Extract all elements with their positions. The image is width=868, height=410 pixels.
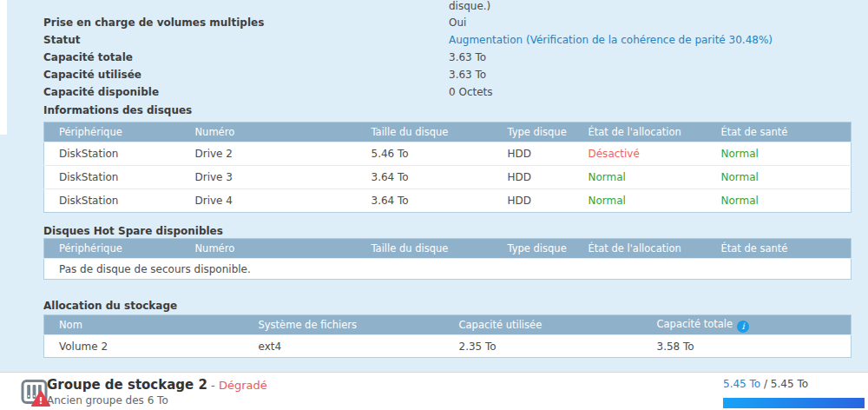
table-row: Volume 2 ext4 2.35 To 3.58 To [44, 335, 852, 358]
col-total-label: Capacité totale [657, 318, 733, 330]
cell-total: 3.58 To [642, 335, 852, 358]
col-type: Type disque [493, 122, 574, 142]
table-row: DiskStation Drive 3 3.64 To HDD Normal N… [44, 166, 852, 189]
cell-health-status: Normal [707, 166, 852, 189]
storage-allocation-table: Nom Système de fichiers Capacité utilisé… [43, 314, 852, 358]
col-name: Nom [44, 315, 244, 335]
col-number: Numéro [181, 122, 357, 142]
empty-message: Pas de disque de secours disponible. [44, 259, 852, 280]
cell-allocation-status: Désactivé [574, 142, 707, 166]
col-size: Taille du disque [357, 122, 493, 142]
col-allocation: État de l'allocation [574, 239, 707, 259]
cell-allocation-status: Normal [574, 166, 707, 189]
cell-type: HDD [493, 142, 574, 166]
capacity-summary: 5.45 To / 5.45 To [723, 378, 808, 391]
table-header-row: Périphérique Numéro Taille du disque Typ… [44, 239, 852, 259]
cell-type: HDD [493, 189, 574, 213]
overview-field-list: Prise en charge de volumes multiples Oui… [43, 14, 851, 101]
cell-volume-name: Volume 2 [44, 335, 244, 358]
cell-filesystem: ext4 [244, 335, 444, 358]
cell-type: HDD [493, 166, 574, 189]
field-label: Capacité utilisée [43, 66, 449, 83]
cell-health-status: Normal [707, 189, 852, 213]
table-row: DiskStation Drive 4 3.64 To HDD Normal N… [44, 189, 852, 213]
cell-allocation-status: Normal [574, 189, 707, 213]
capacity-used: 5.45 To [723, 378, 760, 390]
cell-device: DiskStation [44, 166, 181, 189]
cell-health-status: Normal [707, 142, 852, 166]
status-progress-text: Augmentation (Vérification de la cohéren… [449, 31, 773, 49]
group-subtitle: Ancien groupe des 6 To [47, 394, 168, 407]
cell-number: Drive 3 [181, 166, 357, 189]
disk-info-table: Périphérique Numéro Taille du disque Typ… [43, 122, 852, 213]
field-value: 3.63 To [449, 49, 486, 66]
cell-device: DiskStation [44, 142, 181, 166]
storage-manager-page: disque.) Prise en charge de volumes mult… [0, 0, 868, 410]
title-separator: - [207, 379, 219, 392]
col-health: État de santé [707, 239, 852, 259]
group-title-line: Groupe de stockage 2 - Dégradé [47, 377, 267, 392]
field-value: Oui [449, 14, 466, 31]
capacity-total: / 5.45 To [760, 378, 808, 390]
hot-spare-table: Périphérique Numéro Taille du disque Typ… [43, 238, 852, 280]
capacity-progress-fill [723, 398, 865, 408]
empty-row: Pas de disque de secours disponible. [44, 259, 852, 280]
storage-group-warning-icon: ! [21, 379, 50, 407]
cell-device: DiskStation [44, 189, 181, 213]
cell-number: Drive 2 [181, 142, 357, 166]
col-total: Capacité totalei [642, 315, 852, 335]
group-title: Groupe de stockage 2 [47, 377, 207, 393]
col-size: Taille du disque [357, 239, 493, 259]
field-status: Statut Augmentation (Vérification de la … [43, 31, 851, 49]
field-label: Capacité disponible [43, 83, 449, 101]
col-device: Périphérique [44, 239, 181, 259]
storage-group-detail-panel: disque.) Prise en charge de volumes mult… [0, 0, 868, 372]
hot-spare-section-title: Disques Hot Spare disponibles [43, 225, 223, 237]
cell-size: 5.46 To [357, 142, 493, 166]
field-value: 3.63 To [449, 66, 486, 83]
panel-left-gutter [0, 0, 7, 135]
field-used-capacity: Capacité utilisée 3.63 To [43, 66, 851, 83]
svg-text:!: ! [38, 395, 43, 407]
table-header-row: Nom Système de fichiers Capacité utilisé… [44, 315, 852, 335]
field-value: 0 Octets [449, 83, 493, 101]
field-available-capacity: Capacité disponible 0 Octets [43, 83, 851, 101]
col-allocation: État de l'allocation [574, 122, 707, 142]
field-total-capacity: Capacité totale 3.63 To [43, 49, 851, 66]
info-icon[interactable]: i [737, 321, 749, 333]
col-health: État de santé [707, 122, 852, 142]
cell-size: 3.64 To [357, 166, 493, 189]
status-badge: Dégradé [219, 379, 267, 392]
cell-number: Drive 4 [181, 189, 357, 213]
field-label: Statut [43, 31, 449, 49]
field-multi-volume: Prise en charge de volumes multiples Oui [43, 14, 851, 31]
capacity-progress-bar [723, 398, 865, 408]
allocation-section-title: Allocation du stockage [43, 300, 177, 312]
col-used: Capacité utilisée [444, 315, 642, 335]
description-continuation: disque.) [449, 0, 490, 12]
table-header-row: Périphérique Numéro Taille du disque Typ… [44, 122, 852, 142]
storage-group-list-item[interactable]: ! Groupe de stockage 2 - Dégradé Ancien … [0, 372, 868, 410]
cell-size: 3.64 To [357, 189, 493, 213]
col-type: Type disque [493, 239, 574, 259]
cell-used: 2.35 To [444, 335, 642, 358]
col-filesystem: Système de fichiers [244, 315, 444, 335]
field-label: Prise en charge de volumes multiples [43, 14, 449, 31]
table-row: DiskStation Drive 2 5.46 To HDD Désactiv… [44, 142, 852, 166]
col-number: Numéro [181, 239, 357, 259]
disk-info-section-title: Informations des disques [43, 104, 192, 116]
field-label: Capacité totale [43, 49, 449, 66]
col-device: Périphérique [44, 122, 181, 142]
